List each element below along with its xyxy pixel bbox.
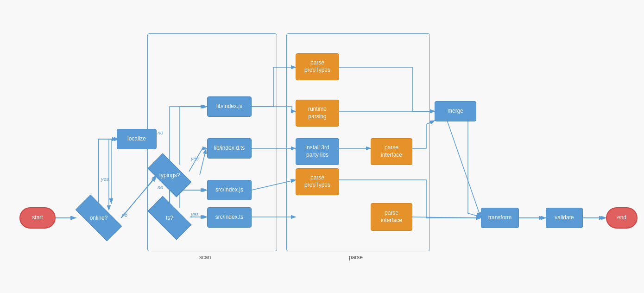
lib-index-js-label: lib/index.js — [216, 103, 242, 110]
transform-label: transform — [488, 214, 512, 222]
runtime-parsing-node: runtime parsing — [296, 100, 339, 127]
parse-proptypes2-node: parse propTypes — [296, 168, 339, 195]
localize-label: localize — [127, 135, 146, 143]
src-index-ts-label: src/index.ts — [215, 214, 244, 221]
src-index-js-label: src/index.js — [215, 186, 243, 194]
parse-interface2-node: parse interface — [371, 203, 412, 231]
lib-index-dts-label: lib/index.d.ts — [214, 145, 245, 152]
src-index-ts-node: src/index.ts — [207, 207, 252, 228]
install-3rd-node: install 3rd party libs — [296, 138, 339, 165]
src-index-js-node: src/index.js — [207, 180, 252, 200]
label-yes-typings: yes — [191, 156, 199, 161]
label-yes-ts: yes — [191, 211, 199, 217]
install-3rd-label: install 3rd party libs — [305, 144, 329, 159]
end-node: end — [606, 207, 638, 229]
typings-diamond: typings? — [149, 165, 190, 186]
svg-line-13 — [412, 217, 481, 218]
end-label: end — [617, 214, 626, 222]
runtime-parsing-label: runtime parsing — [308, 106, 327, 120]
start-label: start — [32, 214, 43, 222]
merge-node: merge — [435, 101, 476, 121]
localize-node: localize — [117, 129, 157, 149]
merge-label: merge — [448, 108, 463, 115]
lib-index-js-node: lib/index.js — [207, 96, 252, 117]
online-label: online? — [90, 215, 108, 221]
ts-diamond: ts? — [149, 207, 190, 229]
parse-proptypes1-node: parse propTypes — [296, 53, 339, 80]
validate-node: validate — [546, 208, 583, 228]
parse-interface1-label: parse interface — [381, 144, 402, 159]
parse-proptypes1-label: parse propTypes — [304, 59, 330, 74]
parse-proptypes2-label: parse propTypes — [304, 174, 330, 189]
online-diamond: online? — [76, 207, 121, 229]
parse-interface1-node: parse interface — [371, 138, 412, 165]
label-yes-online: yes — [101, 176, 109, 182]
typings-label: typings? — [159, 172, 180, 178]
diagram-container: scan parse — [0, 0, 644, 293]
lib-index-dts-node: lib/index.d.ts — [207, 138, 252, 159]
start-node: start — [19, 207, 56, 229]
ts-label: ts? — [166, 215, 173, 221]
transform-node: transform — [481, 208, 519, 228]
parse-interface2-label: parse interface — [381, 210, 402, 224]
label-no-online: no — [122, 212, 127, 218]
validate-label: validate — [555, 214, 574, 222]
label-no-typings: no — [158, 130, 163, 135]
